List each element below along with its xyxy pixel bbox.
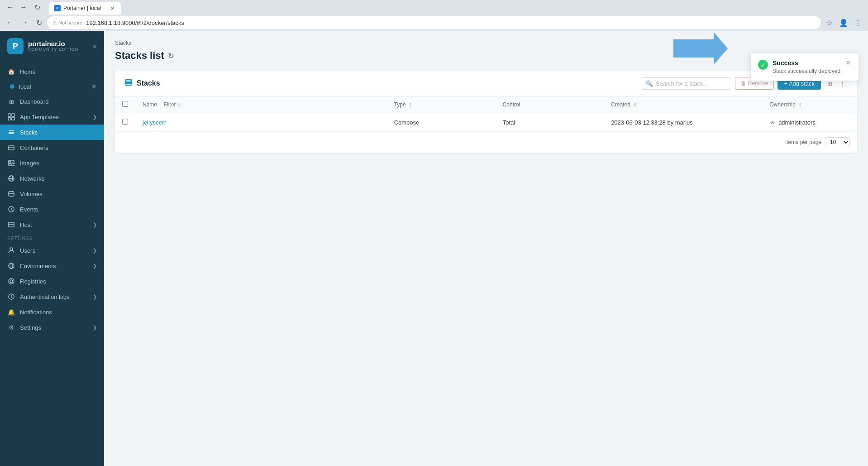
volumes-label: Volumes — [20, 191, 43, 197]
row-name-cell: jellyseerr — [135, 113, 387, 132]
table-header-row: Name ↓ Filter ▽ Type ⇕ Control — [115, 96, 857, 113]
stacks-card-title: Stacks — [124, 78, 160, 89]
menu-button[interactable]: ⋮ — [852, 16, 864, 29]
sidebar-item-notifications[interactable]: 🔔 Notifications — [0, 304, 104, 320]
sidebar-item-containers[interactable]: Containers — [0, 140, 104, 155]
portainer-logo-icon: P — [7, 38, 24, 54]
settings-label: Settings — [20, 324, 41, 331]
row-type-cell: Compose — [387, 113, 496, 132]
sidebar-item-environments[interactable]: Environments ❯ — [0, 258, 104, 274]
sidebar-item-networks[interactable]: Networks — [0, 171, 104, 186]
sidebar-item-stacks[interactable]: Stacks — [0, 125, 104, 140]
settings-section-label: Settings — [0, 232, 104, 243]
search-icon: 🔍 — [646, 80, 653, 87]
select-all-checkbox[interactable] — [122, 101, 128, 107]
dashboard-icon: ⊞ — [7, 97, 15, 106]
row-checkbox-cell — [115, 113, 135, 132]
registries-label: Registries — [20, 278, 46, 285]
bookmark-button[interactable]: ☆ — [823, 16, 835, 29]
sidebar-item-settings[interactable]: ⚙ Settings ❯ — [0, 320, 104, 335]
registries-icon — [7, 277, 15, 285]
svg-point-14 — [9, 192, 14, 194]
sidebar-collapse-button[interactable]: « — [93, 42, 97, 50]
env-name: local — [19, 83, 31, 90]
col-header-created[interactable]: Created ⇕ — [604, 96, 762, 113]
sidebar-home-label: Home — [20, 68, 36, 75]
notifications-icon: 🔔 — [7, 308, 15, 316]
users-icon — [7, 246, 15, 255]
forward-button[interactable]: → — [17, 1, 30, 14]
sidebar-item-dashboard[interactable]: ⊞ Dashboard — [0, 94, 104, 109]
containers-label: Containers — [20, 144, 48, 151]
browser-forward[interactable]: → — [18, 16, 31, 29]
app-templates-chevron: ❯ — [93, 114, 97, 120]
sidebar-item-registries[interactable]: Registries — [0, 274, 104, 289]
refresh-button[interactable]: ↻ — [168, 52, 174, 60]
search-input[interactable] — [656, 80, 726, 87]
col-header-ownership[interactable]: Ownership ⇕ — [763, 96, 858, 113]
sidebar-environment-local[interactable]: local ✕ — [0, 79, 104, 94]
app-templates-icon — [7, 113, 15, 121]
profile-button[interactable]: 👤 — [837, 16, 850, 29]
sidebar-item-volumes[interactable]: Volumes — [0, 186, 104, 202]
svg-rect-2 — [8, 117, 11, 120]
containers-icon — [7, 144, 15, 152]
toast-close-button[interactable]: ✕ — [845, 59, 851, 67]
page-title: Stacks list ↻ — [115, 50, 857, 62]
auth-logs-icon — [7, 293, 15, 301]
col-header-type[interactable]: Type ⇕ — [387, 96, 496, 113]
row-created-cell: 2023-06-03 12:33:28 by marius — [604, 113, 762, 132]
env-close-icon[interactable]: ✕ — [91, 83, 97, 90]
sidebar-nav: 🏠 Home local ✕ ⊞ Dashboard — [0, 60, 104, 339]
toast-title: Success — [773, 59, 841, 67]
col-header-name[interactable]: Name ↓ Filter ▽ — [135, 96, 387, 113]
host-chevron: ❯ — [93, 222, 97, 228]
stacks-table-body: jellyseerr Compose Total 2023-06-03 12:3… — [115, 113, 857, 132]
row-control-cell: Total — [496, 113, 604, 132]
items-per-page-select[interactable]: 10 25 50 100 — [825, 137, 850, 147]
images-label: Images — [20, 160, 39, 167]
sidebar-item-images[interactable]: Images — [0, 155, 104, 171]
svg-point-10 — [10, 162, 11, 163]
ownership-icon: 👁 — [770, 120, 775, 126]
sidebar-item-users[interactable]: Users ❯ — [0, 243, 104, 258]
sidebar-item-app-templates[interactable]: App Templates ❯ — [0, 109, 104, 125]
volumes-icon — [7, 190, 15, 198]
settings-chevron: ❯ — [93, 325, 97, 331]
tab-favicon: P — [54, 5, 61, 11]
browser-back[interactable]: ← — [4, 16, 16, 29]
svg-point-24 — [9, 279, 14, 284]
reload-button[interactable]: ↻ — [31, 1, 43, 14]
stack-link[interactable]: jellyseerr — [143, 119, 166, 126]
home-icon: 🏠 — [7, 67, 15, 76]
svg-point-20 — [10, 248, 13, 250]
security-indicator: ⚠ Not secure — [52, 20, 82, 26]
environments-chevron: ❯ — [93, 263, 97, 269]
users-chevron: ❯ — [93, 248, 97, 254]
sidebar-item-auth-logs[interactable]: Authentication logs ❯ — [0, 289, 104, 304]
settings-icon: ⚙ — [7, 323, 15, 331]
sidebar-item-home[interactable]: 🏠 Home — [0, 64, 104, 79]
row-ownership-cell: 👁 administrators — [763, 113, 858, 132]
toast-content: Success Stack successfully deployed — [773, 59, 841, 74]
table-row: jellyseerr Compose Total 2023-06-03 12:3… — [115, 113, 857, 132]
tab-close-button[interactable]: ✕ — [109, 5, 116, 12]
host-icon — [7, 221, 15, 229]
row-checkbox[interactable] — [122, 119, 128, 125]
logo-name: portainer.io — [28, 40, 78, 48]
environments-label: Environments — [20, 263, 56, 269]
sidebar-item-events[interactable]: Events — [0, 202, 104, 217]
svg-rect-7 — [9, 146, 14, 150]
name-sort-icon: ↓ — [160, 102, 162, 107]
sidebar-item-host[interactable]: Host ❯ — [0, 217, 104, 232]
svg-point-21 — [9, 263, 14, 269]
svg-line-17 — [11, 209, 13, 211]
back-button[interactable]: ← — [4, 1, 16, 14]
address-bar[interactable]: ⚠ Not secure 192.168.1.18:9000/#!/2/dock… — [47, 16, 821, 29]
url-display: 192.168.1.18:9000/#!/2/docker/stacks — [86, 19, 184, 26]
notification-toast: ✓ Success Stack successfully deployed ✕ — [750, 53, 859, 81]
sidebar-dashboard-label: Dashboard — [20, 98, 49, 105]
browser-reload[interactable]: ↻ — [33, 16, 45, 29]
browser-tab[interactable]: P Portainer | local ✕ — [49, 2, 121, 14]
filter-button[interactable]: Filter ▽ — [164, 101, 181, 108]
